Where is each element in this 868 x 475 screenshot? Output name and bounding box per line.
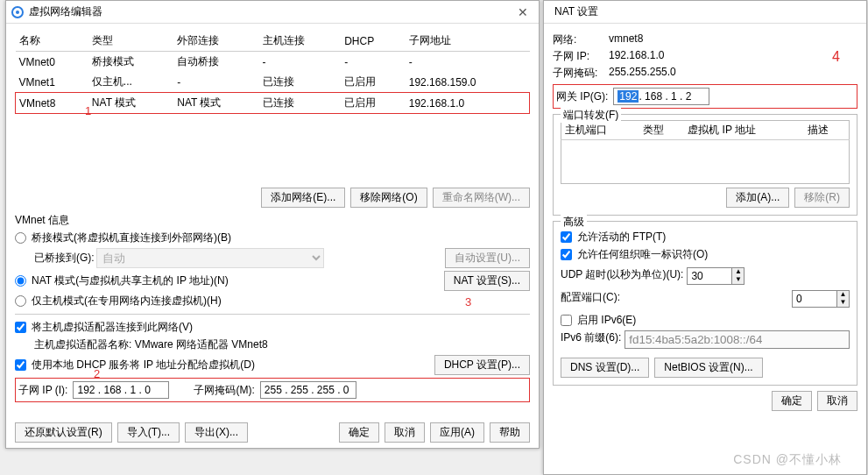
network-table: 名称 类型 外部连接 主机连接 DHCP 子网地址 VMnet0 桥接模式 自动… (15, 31, 530, 114)
add-forward-button[interactable]: 添加(A)... (726, 188, 789, 208)
port-forward-table: 主机端口 类型 虚拟机 IP 地址 描述 (561, 120, 850, 184)
config-port-stepper[interactable]: ▲▼ (792, 290, 850, 308)
help-button[interactable]: 帮助 (490, 422, 530, 443)
netbios-settings-button[interactable]: NetBIOS 设置(N)... (654, 358, 762, 378)
col-subnet[interactable]: 子网地址 (406, 31, 530, 52)
cancel-button[interactable]: 取消 (385, 422, 425, 443)
adapter-name-label: 主机虚拟适配器名称: VMware 网络适配器 VMnet8 (34, 337, 530, 352)
subnet-ip-value: 192.168.1.0 (609, 49, 664, 64)
subnet-ip-label: 子网 IP (I): (18, 383, 67, 398)
auto-set-button: 自动设置(U)... (445, 248, 530, 268)
col-type[interactable]: 类型 (88, 31, 173, 52)
chevron-down-icon[interactable]: ▼ (732, 276, 744, 284)
port-forward-label: 端口转发(F) (561, 108, 621, 123)
enable-ipv6-checkbox[interactable] (561, 315, 572, 326)
use-dhcp-label: 使用本地 DHCP 服务将 IP 地址分配给虚拟机(D) (32, 358, 255, 372)
table-row[interactable]: VMnet0 桥接模式 自动桥接 - - - (16, 52, 530, 73)
import-button[interactable]: 导入(T)... (117, 422, 180, 443)
hostonly-mode-radio[interactable] (15, 295, 26, 307)
connect-adapter-label: 将主机虚拟适配器连接到此网络(V) (32, 320, 193, 335)
udp-timeout-label: UDP 超时(以秒为单位)(U): (561, 267, 683, 285)
annotation-3: 3 (465, 295, 471, 308)
subnet-ip-label: 子网 IP: (553, 49, 605, 64)
add-network-button[interactable]: 添加网络(E)... (261, 188, 345, 208)
restore-defaults-button[interactable]: 还原默认设置(R) (15, 422, 112, 443)
udp-timeout-stepper[interactable]: ▲▼ (687, 267, 745, 285)
allow-oui-checkbox[interactable] (561, 249, 572, 260)
col-ext[interactable]: 外部连接 (173, 31, 258, 52)
subnet-mask-input[interactable]: 255 . 255 . 255 . 0 (260, 381, 356, 399)
dns-settings-button[interactable]: DNS 设置(D)... (561, 358, 649, 378)
gateway-ip-input[interactable]: 192 . 168 . 1 . 2 (613, 88, 709, 105)
nat-mode-label: NAT 模式(与虚拟机共享主机的 IP 地址)(N) (32, 273, 229, 288)
config-port-label: 配置端口(C): (561, 290, 620, 308)
bridge-mode-label: 桥接模式(将虚拟机直接连接到外部网络)(B) (32, 230, 231, 245)
watermark: CSDN @不懂小林 (733, 452, 842, 468)
subnet-ip-input[interactable]: 192 . 168 . 1 . 0 (73, 381, 169, 399)
nat-settings-button[interactable]: NAT 设置(S)... (444, 271, 530, 291)
hostonly-mode-label: 仅主机模式(在专用网络内连接虚拟机)(H) (32, 294, 222, 308)
col-name[interactable]: 名称 (16, 31, 88, 52)
advanced-label: 高级 (561, 215, 587, 230)
dhcp-settings-button[interactable]: DHCP 设置(P)... (434, 355, 530, 375)
subnet-mask-value: 255.255.255.0 (609, 66, 676, 81)
nat-settings-dialog: NAT 设置 网络:vmnet8 子网 IP:192.168.1.0 子网掩码:… (543, 0, 867, 475)
svg-point-1 (16, 11, 19, 14)
dialog-title: 虚拟网络编辑器 (29, 4, 102, 19)
allow-ftp-checkbox[interactable] (561, 231, 572, 243)
nat-mode-radio[interactable] (15, 275, 26, 287)
subnet-mask-label: 子网掩码(M): (194, 383, 254, 398)
bridge-to-label: 已桥接到(G): (34, 251, 95, 266)
ipv6-prefix-input (625, 330, 850, 349)
subnet-mask-label: 子网掩码: (553, 66, 605, 81)
bridge-to-select: 自动 (96, 248, 324, 268)
ipv6-prefix-label: IPv6 前缀(6): (561, 330, 621, 349)
app-icon (11, 6, 24, 18)
table-row[interactable]: VMnet1 仅主机... - 已连接 已启用 192.168.159.0 (16, 72, 530, 93)
vmnet-info-label: VMnet 信息 (15, 213, 530, 228)
titlebar: NAT 设置 (544, 1, 866, 24)
col-host[interactable]: 主机连接 (259, 31, 342, 52)
virtual-network-editor-dialog: 虚拟网络编辑器 ✕ 名称 类型 外部连接 主机连接 DHCP 子网地址 VMne… (5, 0, 540, 449)
titlebar: 虚拟网络编辑器 ✕ (6, 1, 539, 24)
network-value: vmnet8 (609, 32, 643, 47)
bridge-mode-radio[interactable] (15, 232, 26, 244)
remove-forward-button: 移除(R) (794, 188, 850, 208)
table-row-selected[interactable]: VMnet8 NAT 模式 NAT 模式 已连接 已启用 192.168.1.0 (16, 93, 530, 114)
chevron-down-icon[interactable]: ▼ (837, 299, 849, 307)
connect-adapter-checkbox[interactable] (15, 322, 26, 333)
ok-button[interactable]: 确定 (772, 391, 812, 411)
dialog-title: NAT 设置 (554, 4, 598, 19)
apply-button[interactable]: 应用(A) (430, 422, 484, 443)
cancel-button[interactable]: 取消 (817, 391, 857, 411)
remove-network-button[interactable]: 移除网络(O) (350, 188, 427, 208)
close-icon[interactable]: ✕ (512, 5, 533, 19)
export-button[interactable]: 导出(X)... (185, 422, 248, 443)
rename-network-button: 重命名网络(W)... (433, 188, 530, 208)
ok-button[interactable]: 确定 (339, 422, 379, 443)
annotation-1: 1 (85, 104, 91, 117)
network-label: 网络: (553, 32, 605, 47)
col-dhcp[interactable]: DHCP (341, 31, 406, 52)
annotation-2: 2 (94, 367, 100, 380)
use-dhcp-checkbox[interactable] (15, 359, 26, 371)
annotation-4: 4 (832, 49, 840, 65)
gateway-ip-label: 网关 IP(G): (556, 89, 608, 104)
